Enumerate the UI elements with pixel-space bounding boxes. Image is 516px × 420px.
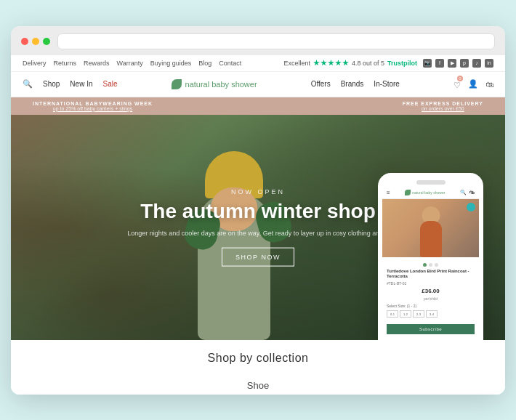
- facebook-icon[interactable]: f: [435, 59, 444, 68]
- browser-dots: [21, 38, 50, 45]
- star-1: [313, 60, 320, 66]
- shoe-label: Shoe: [11, 376, 505, 395]
- dot-minimize[interactable]: [32, 38, 39, 45]
- website: Delivery Returns Rewards Warranty Buying…: [11, 55, 505, 395]
- phone-logo-text: natural baby shower: [412, 190, 445, 195]
- phone-price-row: £36.00: [387, 288, 475, 294]
- phone-logo-leaf: [405, 190, 411, 195]
- star-4: [335, 60, 342, 66]
- nav-link-brands[interactable]: Brands: [341, 80, 364, 88]
- size-btn-2[interactable]: 2-3: [413, 310, 424, 318]
- promo-right-subtitle[interactable]: on orders over £50: [422, 106, 464, 111]
- phone-header: ≡ natural baby shower 🔍 🛍: [382, 187, 479, 199]
- logo-area[interactable]: natural baby shower: [172, 79, 257, 89]
- phone-bag-icon[interactable]: 🛍: [469, 190, 475, 195]
- promo-right: FREE EXPRESS DELIVERY on orders over £50: [403, 101, 483, 111]
- hero-eyebrow: NOW OPEN: [110, 187, 406, 195]
- phone-nav-dots: [387, 263, 475, 267]
- phone-product-title: Turtledove London Bird Print Raincoat - …: [387, 269, 475, 280]
- promo-left: INTERNATIONAL BABYWEARING WEEK up to 25%…: [33, 101, 153, 111]
- trustpilot-rating: 4.8 out of 5: [352, 60, 384, 67]
- user-icon[interactable]: 👤: [468, 79, 478, 89]
- instagram-icon[interactable]: 📷: [423, 59, 432, 68]
- nav-link-in-store[interactable]: In-Store: [374, 80, 400, 88]
- phone-content: ≡ natural baby shower 🔍 🛍: [382, 187, 479, 340]
- nav-link-shop[interactable]: Shop: [43, 80, 60, 88]
- tiktok-icon[interactable]: ♪: [472, 59, 481, 68]
- phone-size-row: 0-1 1-2 2-3 3-4: [387, 310, 475, 318]
- star-5: [342, 60, 349, 66]
- utility-links: Delivery Returns Rewards Warranty Buying…: [23, 60, 241, 67]
- shop-by-collection: Shop by collection: [11, 340, 505, 376]
- utility-link-rewards[interactable]: Rewards: [84, 60, 110, 67]
- phone-subscribe-button[interactable]: Subscribe: [387, 324, 475, 334]
- phone-nav-icons: 🔍 🛍: [460, 190, 475, 195]
- dot-2[interactable]: [429, 263, 432, 267]
- promo-left-subtitle[interactable]: up to 25% off baby carriers + slings: [53, 106, 132, 111]
- utility-link-buying-guides[interactable]: Buying guides: [150, 60, 192, 67]
- trustpilot-brand[interactable]: Trustpilot: [387, 60, 417, 67]
- promo-right-title: FREE EXPRESS DELIVERY: [403, 101, 483, 106]
- phone-notch: [416, 180, 446, 185]
- size-btn-0[interactable]: 0-1: [387, 310, 398, 318]
- hero-content: NOW OPEN The autumn winter shop Longer n…: [110, 187, 406, 267]
- dot-maximize[interactable]: [43, 38, 50, 45]
- phone-child-body: [420, 221, 442, 257]
- cart-icon[interactable]: 🛍: [485, 80, 493, 89]
- logo-text: natural baby shower: [185, 80, 257, 89]
- utility-link-returns[interactable]: Returns: [54, 60, 77, 67]
- wishlist-button[interactable]: ♡ 0: [453, 78, 461, 91]
- star-2: [321, 60, 327, 66]
- phone-price: £36.00: [422, 288, 439, 294]
- shop-now-button[interactable]: SHOP NOW: [222, 248, 294, 267]
- mobile-phone: ≡ natural baby shower 🔍 🛍: [378, 173, 483, 340]
- dot-1[interactable]: [423, 263, 427, 267]
- phone-search-icon[interactable]: 🔍: [460, 190, 467, 195]
- social-icons: 📷 f ▶ p ♪ in: [423, 59, 493, 68]
- logo-leaf-icon: [172, 79, 182, 89]
- trustpilot-stars: [313, 60, 349, 66]
- heart-icon: ♡: [453, 81, 461, 89]
- promo-banner: INTERNATIONAL BABYWEARING WEEK up to 25%…: [11, 97, 505, 115]
- browser-chrome: [11, 26, 505, 55]
- hamburger-icon[interactable]: ≡: [387, 190, 390, 196]
- utility-bar: Delivery Returns Rewards Warranty Buying…: [11, 55, 505, 72]
- youtube-icon[interactable]: ▶: [448, 59, 456, 68]
- phone-logo: natural baby shower: [405, 190, 445, 195]
- dot-close[interactable]: [21, 38, 28, 45]
- nav-link-sale[interactable]: Sale: [102, 80, 117, 88]
- collection-title: Shop by collection: [23, 352, 493, 365]
- pinterest-icon[interactable]: p: [460, 59, 469, 68]
- hero-section: NOW OPEN The autumn winter shop Longer n…: [11, 115, 505, 340]
- size-btn-1[interactable]: 1-2: [400, 310, 411, 318]
- phone-teal-badge: [467, 203, 475, 211]
- linkedin-icon[interactable]: in: [485, 59, 493, 68]
- phone-hero-child: [413, 206, 449, 257]
- nav-link-offers[interactable]: Offers: [311, 80, 331, 88]
- wishlist-count: 0: [457, 76, 463, 81]
- nav-link-new-in[interactable]: New In: [70, 80, 92, 88]
- phone-product-code: #TDL-BT-01: [387, 281, 475, 286]
- size-btn-3[interactable]: 3-4: [426, 310, 438, 318]
- search-icon[interactable]: 🔍: [23, 79, 33, 89]
- phone-size-label: Select Size: (1 - 2): [387, 304, 416, 308]
- trustpilot: Excellent 4.8 out of 5 Trustpilot: [283, 60, 417, 67]
- nav-left: 🔍 Shop New In Sale: [23, 79, 118, 89]
- hero-subtitle: Longer nights and cooler days are on the…: [110, 228, 406, 238]
- trustpilot-label: Excellent: [283, 60, 310, 67]
- utility-link-delivery[interactable]: Delivery: [23, 60, 47, 67]
- phone-size-label-row: Select Size: (1 - 2): [387, 304, 475, 308]
- utility-right: Excellent 4.8 out of 5 Trustpilot 📷 f ▶: [283, 59, 493, 68]
- hero-title: The autumn winter shop: [110, 199, 406, 222]
- browser-window: Delivery Returns Rewards Warranty Buying…: [11, 26, 505, 395]
- utility-link-blog[interactable]: Blog: [198, 60, 211, 67]
- dot-3[interactable]: [435, 263, 438, 267]
- phone-hero-image: [382, 199, 479, 257]
- utility-link-warranty[interactable]: Warranty: [117, 60, 143, 67]
- phone-price-note: per/child: [387, 296, 475, 301]
- address-bar[interactable]: [57, 33, 495, 49]
- star-3: [328, 60, 334, 66]
- utility-link-contact[interactable]: Contact: [219, 60, 241, 67]
- phone-product-section: Turtledove London Bird Print Raincoat - …: [382, 257, 479, 339]
- nav-right: ♡ 0 👤 🛍: [453, 78, 493, 91]
